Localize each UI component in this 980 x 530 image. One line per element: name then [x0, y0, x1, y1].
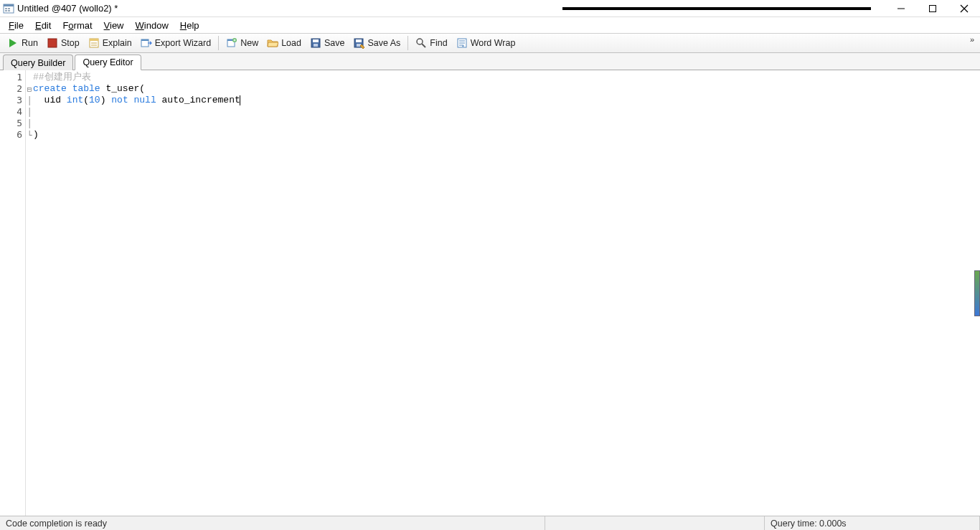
play-icon	[7, 37, 19, 49]
titlebar-blackbar	[562, 7, 871, 10]
svg-rect-12	[48, 39, 57, 47]
fold-marker: │	[26, 106, 33, 118]
toolbar: Run Stop Explain Export Wizard New Load …	[0, 33, 980, 53]
stop-label: Stop	[61, 38, 80, 48]
token-type: int	[67, 95, 83, 105]
explain-label: Explain	[103, 38, 132, 48]
menu-help-rest: elp	[187, 20, 199, 31]
save-as-label: Save As	[367, 38, 400, 48]
code-editor[interactable]: 1 2 3 4 5 6 ⊟ │ │ │ └ ##创建用户表 create tab…	[0, 70, 980, 516]
text-cursor	[240, 95, 240, 105]
svg-rect-3	[8, 8, 10, 9]
status-query-time: Query time: 0.000s	[765, 516, 980, 530]
export-wizard-label: Export Wizard	[155, 38, 212, 48]
menu-format-rest: rmat	[74, 20, 93, 31]
svg-rect-18	[141, 39, 149, 41]
load-label: Load	[281, 38, 301, 48]
word-wrap-button[interactable]: Word Wrap	[452, 34, 520, 52]
toolbar-overflow-icon[interactable]: »	[967, 34, 977, 52]
find-label: Find	[430, 38, 447, 48]
code-line	[33, 118, 980, 129]
svg-rect-4	[5, 10, 7, 11]
token-paren: (	[139, 83, 145, 94]
token-paren: )	[100, 95, 106, 105]
tab-query-editor[interactable]: Query Editor	[75, 55, 141, 70]
token-paren: (	[83, 95, 89, 105]
minimap-slider[interactable]	[974, 270, 980, 316]
toolbar-separator	[218, 36, 219, 50]
find-button[interactable]: Find	[411, 34, 451, 52]
minimize-button[interactable]	[885, 0, 917, 17]
explain-button[interactable]: Explain	[84, 34, 136, 52]
menu-window-rest: indow	[144, 20, 169, 31]
status-left: Code completion is ready	[0, 516, 545, 530]
menu-format[interactable]: Format	[57, 19, 98, 32]
menu-file[interactable]: File	[3, 19, 29, 32]
token-identifier: uid	[44, 95, 61, 105]
status-bar: Code completion is ready Query time: 0.0…	[0, 516, 980, 530]
token-keyword: table	[72, 83, 100, 94]
code-line	[33, 106, 980, 118]
search-icon	[415, 37, 427, 49]
status-spacer	[545, 516, 765, 530]
token-identifier: auto_increment	[162, 95, 240, 105]
save-icon	[310, 37, 321, 49]
line-number-gutter: 1 2 3 4 5 6	[0, 70, 26, 516]
word-wrap-label: Word Wrap	[471, 38, 516, 48]
run-button[interactable]: Run	[3, 34, 42, 52]
menu-window[interactable]: Window	[130, 19, 174, 32]
tab-strip: Query Builder Query Editor	[0, 53, 980, 70]
svg-rect-28	[356, 39, 362, 42]
fold-marker-collapse-icon[interactable]: ⊟	[26, 83, 33, 95]
token-comment: ##创建用户表	[33, 72, 91, 82]
new-button[interactable]: New	[222, 34, 263, 52]
line-number: 5	[0, 118, 25, 129]
svg-rect-2	[5, 8, 7, 9]
svg-rect-25	[313, 39, 319, 42]
line-number: 4	[0, 106, 25, 118]
new-label: New	[240, 38, 258, 48]
folder-open-icon	[267, 37, 278, 49]
line-number: 1	[0, 72, 25, 83]
fold-marker: │	[26, 118, 33, 129]
line-number: 3	[0, 95, 25, 106]
menu-edit-rest: dit	[42, 20, 52, 31]
token-keyword: create	[33, 83, 67, 94]
fold-column: ⊟ │ │ │ └	[26, 70, 33, 516]
close-button[interactable]	[948, 0, 980, 17]
svg-rect-26	[314, 44, 318, 47]
maximize-button[interactable]	[917, 0, 948, 17]
code-line: ##创建用户表	[33, 72, 980, 83]
token-keyword: not	[111, 95, 128, 105]
menu-view[interactable]: View	[98, 19, 130, 32]
code-line: create table t_user(	[33, 83, 980, 95]
menu-bar: File Edit Format View Window Help	[0, 17, 980, 33]
window-title: Untitled @407 (wollo2) *	[17, 3, 118, 14]
menu-help[interactable]: Help	[174, 19, 205, 32]
menu-file-rest: ile	[14, 20, 24, 31]
export-wizard-button[interactable]: Export Wizard	[136, 34, 216, 52]
run-label: Run	[22, 38, 38, 48]
fold-marker: │	[26, 95, 33, 106]
tab-query-builder[interactable]: Query Builder	[3, 55, 73, 70]
save-button[interactable]: Save	[306, 34, 349, 52]
save-as-button[interactable]: Save As	[349, 34, 405, 52]
fold-marker: └	[26, 129, 33, 141]
new-icon	[226, 37, 237, 49]
line-number: 2	[0, 83, 25, 95]
tab-editor-label: Query Editor	[83, 57, 133, 67]
stop-button[interactable]: Stop	[42, 34, 84, 52]
token-identifier: t_user	[105, 83, 139, 94]
token-keyword: null	[134, 95, 156, 105]
token-number: 10	[89, 95, 100, 105]
app-icon	[3, 3, 14, 14]
menu-edit[interactable]: Edit	[29, 19, 57, 32]
code-area[interactable]: ##创建用户表 create table t_user( uid int(10)…	[33, 70, 980, 516]
save-as-icon	[353, 37, 364, 49]
menu-view-rest: iew	[110, 20, 124, 31]
load-button[interactable]: Load	[263, 34, 306, 52]
code-line: uid int(10) not null auto_increment	[33, 95, 980, 106]
explain-icon	[88, 37, 100, 49]
word-wrap-icon	[456, 37, 468, 49]
line-number: 6	[0, 129, 25, 141]
